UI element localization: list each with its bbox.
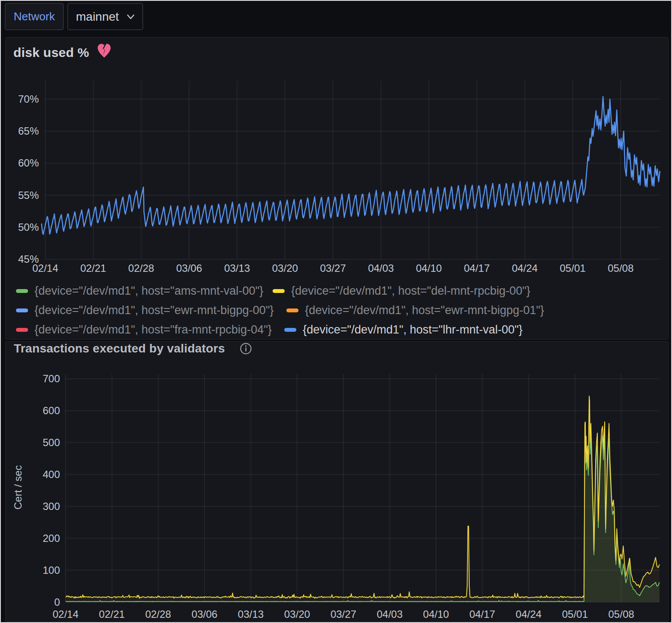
svg-text:50%: 50% — [18, 221, 39, 233]
svg-text:03/13: 03/13 — [224, 262, 250, 274]
svg-text:65%: 65% — [18, 125, 39, 137]
svg-text:100: 100 — [43, 564, 60, 576]
svg-text:04/17: 04/17 — [469, 608, 495, 620]
svg-text:03/06: 03/06 — [176, 262, 202, 274]
svg-text:02/14: 02/14 — [53, 608, 79, 620]
svg-text:03/27: 03/27 — [320, 262, 346, 274]
svg-text:45%: 45% — [18, 253, 39, 265]
svg-text:03/06: 03/06 — [192, 608, 217, 620]
svg-text:70%: 70% — [18, 93, 39, 105]
svg-text:03/20: 03/20 — [284, 608, 310, 620]
svg-text:700: 700 — [43, 373, 60, 384]
svg-text:600: 600 — [43, 405, 60, 416]
svg-text:05/01: 05/01 — [560, 262, 586, 274]
svg-text:55%: 55% — [18, 189, 39, 201]
svg-text:03/13: 03/13 — [238, 608, 264, 620]
svg-text:500: 500 — [43, 437, 60, 448]
svg-text:04/03: 04/03 — [377, 608, 402, 620]
svg-text:04/17: 04/17 — [464, 262, 490, 274]
svg-text:200: 200 — [43, 532, 60, 544]
svg-text:300: 300 — [43, 500, 60, 512]
svg-text:60%: 60% — [18, 157, 39, 169]
svg-text:04/03: 04/03 — [368, 262, 394, 274]
svg-text:04/10: 04/10 — [423, 608, 449, 620]
svg-text:04/24: 04/24 — [512, 262, 538, 274]
svg-text:0: 0 — [54, 596, 60, 608]
svg-text:02/28: 02/28 — [145, 608, 171, 620]
svg-text:03/27: 03/27 — [330, 608, 356, 620]
svg-text:03/20: 03/20 — [272, 262, 298, 274]
svg-text:04/10: 04/10 — [416, 262, 442, 274]
svg-text:05/01: 05/01 — [562, 608, 588, 620]
svg-text:04/24: 04/24 — [516, 608, 542, 620]
svg-text:05/08: 05/08 — [608, 262, 634, 274]
svg-text:05/08: 05/08 — [608, 608, 634, 620]
svg-text:02/21: 02/21 — [99, 608, 125, 620]
svg-text:02/28: 02/28 — [128, 262, 154, 274]
svg-text:400: 400 — [43, 469, 60, 480]
svg-text:02/21: 02/21 — [80, 262, 106, 274]
